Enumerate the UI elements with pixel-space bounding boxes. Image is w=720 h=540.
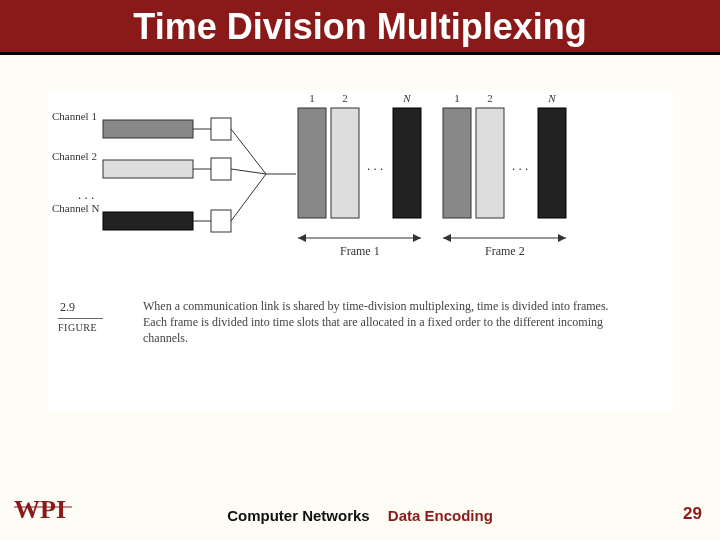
page-number: 29: [683, 504, 702, 524]
svg-rect-4: [211, 158, 231, 180]
svg-marker-21: [413, 234, 421, 242]
svg-rect-13: [298, 108, 326, 218]
figure-divider: [58, 318, 103, 319]
svg-rect-5: [211, 210, 231, 232]
figure-label: FIGURE: [58, 322, 97, 333]
svg-marker-24: [558, 234, 566, 242]
slot-2b-label: 2: [483, 92, 497, 104]
channel-2-label: Channel 2: [52, 150, 97, 162]
svg-line-8: [231, 174, 266, 221]
figure-number: 2.9: [60, 300, 75, 315]
frame-2-label: Frame 2: [485, 244, 525, 259]
svg-rect-17: [476, 108, 504, 218]
footer-topic: Data Encoding: [388, 507, 493, 524]
svg-rect-1: [103, 160, 193, 178]
figure-caption: When a communication link is shared by t…: [143, 298, 623, 347]
svg-rect-3: [211, 118, 231, 140]
svg-line-7: [231, 169, 266, 174]
svg-rect-2: [103, 212, 193, 230]
svg-line-6: [231, 129, 266, 174]
svg-rect-0: [103, 120, 193, 138]
tdm-diagram: [48, 90, 673, 290]
svg-rect-16: [443, 108, 471, 218]
slot-ellipsis-2: . . .: [512, 158, 528, 174]
slot-2-label: 2: [338, 92, 352, 104]
slot-nb-label: N: [543, 92, 561, 104]
channel-ellipsis: . . .: [78, 187, 94, 203]
footer: WPI Computer Networks Data Encoding 29: [0, 500, 720, 530]
slot-1-label: 1: [305, 92, 319, 104]
svg-rect-15: [393, 108, 421, 218]
channel-n-label: Channel N: [52, 202, 99, 214]
slot-ellipsis-1: . . .: [367, 158, 383, 174]
slot-1b-label: 1: [450, 92, 464, 104]
svg-rect-14: [331, 108, 359, 218]
footer-course: Computer Networks: [227, 507, 370, 524]
svg-marker-23: [443, 234, 451, 242]
figure-area: Channel 1 Channel 2 . . . Channel N 1 2 …: [48, 90, 673, 410]
svg-rect-18: [538, 108, 566, 218]
channel-1-label: Channel 1: [52, 110, 97, 122]
slide-title: Time Division Multiplexing: [0, 6, 720, 48]
slot-n-label: N: [398, 92, 416, 104]
title-bar: Time Division Multiplexing: [0, 0, 720, 55]
frame-1-label: Frame 1: [340, 244, 380, 259]
svg-marker-20: [298, 234, 306, 242]
footer-center: Computer Networks Data Encoding: [0, 507, 720, 524]
